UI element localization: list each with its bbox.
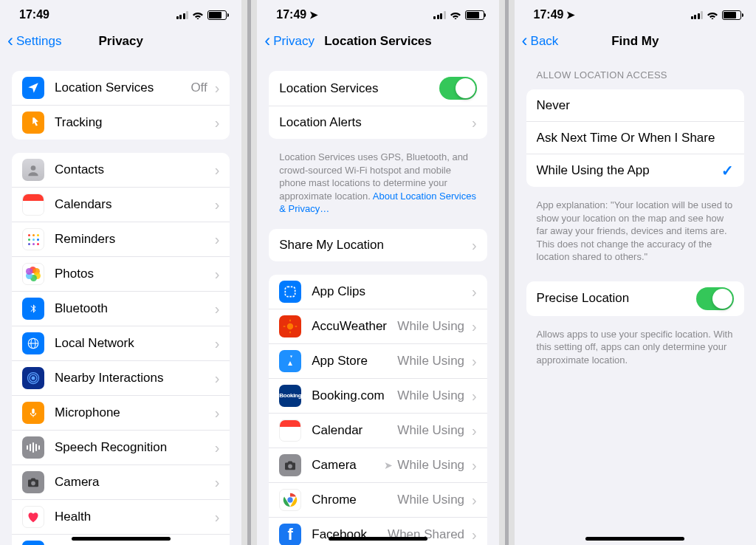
status-time: 17:49 — [276, 8, 306, 21]
option-never[interactable]: Never — [526, 89, 744, 122]
back-button[interactable]: ‹Privacy — [264, 33, 315, 49]
privacy-data-group: Contacts› Calendars› Reminders› Photos› … — [12, 153, 230, 545]
wifi-icon — [450, 10, 461, 19]
home-indicator[interactable] — [72, 537, 171, 541]
calendar-app-icon — [279, 419, 301, 442]
status-location-icon: ➤ — [309, 9, 318, 21]
row-booking[interactable]: BookingBooking.comWhile Using› — [269, 379, 487, 414]
chevron-right-icon: › — [215, 115, 220, 130]
svg-point-17 — [288, 497, 293, 502]
wifi-icon — [707, 10, 718, 19]
tracking-icon — [22, 112, 44, 134]
location-services-screen: 17:49➤ ‹Privacy Location Services Locati… — [257, 0, 498, 545]
row-camera-app[interactable]: Camera➤While Using› — [269, 448, 487, 483]
app-clips-icon — [279, 281, 301, 303]
status-time: 17:49 — [534, 8, 564, 21]
privacy-main-group: Location Services Off › Tracking › — [12, 71, 230, 140]
location-indicator-icon: ➤ — [384, 459, 393, 471]
row-location-services-toggle[interactable]: Location Services — [269, 71, 487, 106]
chevron-right-icon: › — [472, 319, 477, 334]
find-my-screen: 17:49➤ ‹Back Find My Allow Location Acce… — [515, 0, 756, 545]
screen-divider — [247, 0, 251, 545]
back-button[interactable]: ‹Settings — [7, 33, 61, 49]
chevron-right-icon: › — [215, 475, 220, 490]
row-reminders[interactable]: Reminders› — [12, 222, 230, 257]
row-location-services[interactable]: Location Services Off › — [12, 71, 230, 106]
chevron-right-icon: › — [215, 336, 220, 351]
status-time: 17:49 — [19, 8, 49, 21]
row-share-my-location[interactable]: Share My Location › — [269, 229, 487, 261]
chevron-right-icon: › — [215, 80, 220, 95]
precise-location-group: Precise Location — [526, 281, 744, 316]
row-speech[interactable]: Speech Recognition› — [12, 431, 230, 465]
cellular-signal-icon — [433, 11, 446, 19]
row-microphone[interactable]: Microphone› — [12, 396, 230, 431]
local-network-icon — [22, 332, 44, 354]
row-app-clips[interactable]: App Clips› — [269, 275, 487, 309]
row-photos[interactable]: Photos› — [12, 257, 230, 292]
content-scroll[interactable]: Location Services Off › Tracking › Conta… — [0, 58, 241, 545]
chevron-right-icon: › — [215, 197, 220, 212]
row-precise-location[interactable]: Precise Location — [526, 281, 744, 316]
option-while-using[interactable]: While Using the App✓ — [526, 154, 744, 187]
row-accuweather[interactable]: AccuWeatherWhile Using› — [269, 309, 487, 344]
chevron-right-icon: › — [472, 354, 477, 369]
battery-icon — [207, 10, 227, 20]
photos-icon — [22, 263, 44, 285]
bluetooth-icon — [22, 298, 44, 320]
chevron-right-icon: › — [472, 284, 477, 299]
location-access-options: Never Ask Next Time Or When I Share Whil… — [526, 89, 744, 187]
status-location-icon: ➤ — [566, 9, 575, 21]
svg-point-4 — [32, 377, 35, 380]
cellular-signal-icon — [691, 11, 704, 19]
location-services-toggle[interactable] — [439, 77, 477, 100]
battery-icon — [465, 10, 484, 20]
content-scroll[interactable]: Allow Location Access Never Ask Next Tim… — [515, 58, 756, 545]
row-calendar[interactable]: CalendarWhile Using› — [269, 414, 487, 448]
status-bar: 17:49➤ — [257, 0, 498, 25]
privacy-screen: 17:49 ‹Settings Privacy Location Service… — [0, 0, 241, 545]
row-app-store[interactable]: App StoreWhile Using› — [269, 344, 487, 379]
row-local-network[interactable]: Local Network› — [12, 326, 230, 361]
chevron-left-icon: ‹ — [7, 32, 13, 49]
svg-point-8 — [31, 481, 35, 486]
chevron-right-icon: › — [472, 458, 477, 473]
content-scroll[interactable]: Location Services Location Alerts › Loca… — [257, 58, 498, 545]
svg-rect-7 — [32, 408, 35, 414]
svg-point-15 — [288, 464, 292, 468]
back-button[interactable]: ‹Back — [522, 33, 559, 49]
share-location-group: Share My Location › — [269, 229, 487, 261]
precise-location-toggle[interactable] — [696, 287, 734, 310]
option-ask-next-time[interactable]: Ask Next Time Or When I Share — [526, 122, 744, 154]
status-bar: 17:49➤ — [515, 0, 756, 25]
row-tracking[interactable]: Tracking › — [12, 106, 230, 140]
row-facebook[interactable]: fFacebookWhen Shared› — [269, 518, 487, 545]
chevron-right-icon: › — [215, 267, 220, 281]
row-health[interactable]: Health› — [12, 500, 230, 535]
row-calendars[interactable]: Calendars› — [12, 188, 230, 222]
chevron-right-icon: › — [215, 405, 220, 420]
row-nearby[interactable]: Nearby Interactions› — [12, 361, 230, 396]
calendars-icon — [22, 193, 44, 216]
chevron-right-icon: › — [472, 388, 477, 403]
chevron-right-icon: › — [215, 510, 220, 524]
wifi-icon — [192, 10, 204, 19]
row-bluetooth[interactable]: Bluetooth› — [12, 292, 230, 326]
svg-rect-9 — [286, 287, 295, 296]
booking-icon: Booking — [279, 385, 301, 407]
facebook-icon: f — [279, 524, 301, 545]
home-indicator[interactable] — [585, 537, 684, 541]
row-location-alerts[interactable]: Location Alerts › — [269, 106, 487, 139]
chevron-right-icon: › — [215, 232, 220, 247]
row-contacts[interactable]: Contacts› — [12, 153, 230, 188]
chevron-left-icon: ‹ — [522, 32, 528, 49]
row-chrome[interactable]: ChromeWhile Using› — [269, 483, 487, 518]
chrome-icon — [279, 489, 301, 511]
health-icon — [22, 506, 44, 528]
nav-bar: ‹Back Find My — [515, 25, 756, 58]
camera-app-icon — [279, 454, 301, 476]
allow-location-header: Allow Location Access — [526, 58, 744, 85]
row-camera[interactable]: Camera› — [12, 465, 230, 500]
chevron-right-icon: › — [472, 423, 477, 438]
home-indicator[interactable] — [329, 537, 427, 541]
